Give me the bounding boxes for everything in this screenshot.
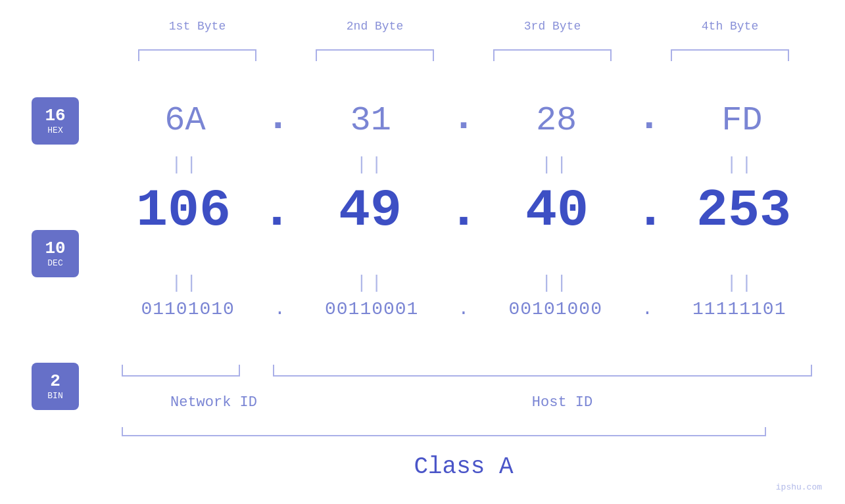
bin-cell-2: 00110001: [299, 299, 444, 319]
col-header-4: 4th Byte: [658, 20, 802, 33]
dec-value-2: 49: [339, 181, 402, 241]
dec-cell-1: 106: [111, 181, 256, 241]
dot-bin-1: .: [274, 299, 285, 319]
col-header-1: 1st Byte: [125, 20, 270, 33]
dec-value-4: 253: [696, 181, 791, 241]
hex-row: 6A . 31 . 28 . FD: [109, 95, 819, 145]
equals-1-2: ||: [356, 154, 386, 175]
hex-value-2: 31: [350, 101, 391, 140]
dec-label: DEC: [47, 258, 62, 268]
equals-1-4: ||: [726, 154, 756, 175]
bin-cell-1: 01101010: [116, 299, 260, 319]
hex-cell-2: 31: [299, 101, 443, 140]
network-id-label: Network ID: [122, 394, 306, 411]
bracket-top-3: [493, 49, 612, 61]
bin-num: 2: [50, 373, 60, 390]
col-header-2: 2nd Byte: [302, 20, 447, 33]
dec-value-1: 106: [136, 181, 231, 241]
bin-row: 01101010 . 00110001 . 00101000 . 1111110…: [109, 299, 819, 319]
top-bracket-4: [658, 49, 802, 61]
col-header-3: 3rd Byte: [480, 20, 625, 33]
equals-1-3: ||: [541, 154, 571, 175]
class-label: Class A: [109, 453, 819, 480]
dot-hex-3: .: [637, 95, 661, 140]
hex-num: 16: [45, 107, 65, 124]
bot-bracket-host: [273, 365, 819, 377]
hex-cell-1: 6A: [113, 101, 258, 140]
top-brackets-row: [109, 49, 819, 61]
host-id-label: Host ID: [306, 394, 819, 411]
dot-dec-1: .: [261, 181, 293, 241]
dot-dec-3: .: [635, 181, 666, 241]
bin-value-1: 01101010: [141, 299, 234, 319]
equals-row-1: || || || ||: [109, 154, 819, 175]
dec-value-3: 40: [525, 181, 589, 241]
dot-bin-2: .: [458, 299, 470, 319]
hex-cell-3: 28: [484, 101, 629, 140]
dec-badge: 10 DEC: [32, 230, 79, 277]
bin-value-2: 00110001: [325, 299, 418, 319]
equals-1-1: ||: [171, 154, 201, 175]
hex-value-4: FD: [721, 101, 762, 140]
top-bracket-1: [125, 49, 270, 61]
labels-row: Network ID Host ID: [109, 394, 819, 411]
class-bracket: [109, 427, 779, 436]
dec-row: 106 . 49 . 40 . 253: [109, 181, 819, 241]
bracket-top-2: [316, 49, 434, 61]
bracket-top-4: [671, 49, 789, 61]
equals-2-1: ||: [171, 273, 201, 293]
bin-cell-3: 00101000: [483, 299, 628, 319]
hex-badge: 16 HEX: [32, 97, 79, 145]
bin-badge: 2 BIN: [32, 363, 79, 410]
equals-row-2: || || || ||: [109, 273, 819, 293]
hex-label: HEX: [47, 126, 62, 135]
hex-value-3: 28: [536, 101, 577, 140]
dec-cell-4: 253: [671, 181, 816, 241]
bin-label: BIN: [47, 391, 62, 401]
dec-num: 10: [45, 240, 65, 257]
bottom-brackets-row: [109, 365, 819, 377]
equals-2-4: ||: [726, 273, 756, 293]
column-headers: 1st Byte 2nd Byte 3rd Byte 4th Byte: [109, 20, 819, 33]
top-bracket-3: [480, 49, 625, 61]
dot-dec-2: .: [448, 181, 479, 241]
top-bracket-2: [302, 49, 447, 61]
equals-2-2: ||: [356, 273, 386, 293]
dot-hex-2: .: [452, 95, 475, 140]
main-container: 16 HEX 10 DEC 2 BIN 1st Byte 2nd Byte 3r…: [0, 0, 845, 504]
bin-cell-4: 11111101: [667, 299, 811, 319]
hex-value-1: 6A: [164, 101, 205, 140]
dot-hex-1: .: [266, 95, 290, 140]
equals-2-3: ||: [541, 273, 571, 293]
dec-cell-2: 49: [298, 181, 443, 241]
bracket-top-1: [138, 49, 256, 61]
watermark: ipshu.com: [776, 482, 822, 492]
class-bracket-line: [122, 427, 766, 436]
dec-cell-3: 40: [485, 181, 629, 241]
dot-bin-3: .: [642, 299, 653, 319]
hex-cell-4: FD: [669, 101, 814, 140]
bin-value-3: 00101000: [509, 299, 602, 319]
base-badges: 16 HEX 10 DEC 2 BIN: [32, 97, 79, 410]
bin-value-4: 11111101: [692, 299, 786, 319]
bot-bracket-1: [109, 365, 253, 377]
